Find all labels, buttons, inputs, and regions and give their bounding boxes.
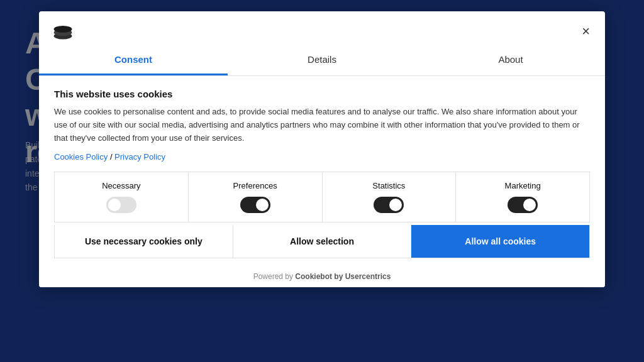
- statistics-label: Statistics: [372, 181, 405, 190]
- cookie-toggles-row: Necessary Preferences Statistics Marketi…: [54, 172, 590, 222]
- statistics-toggle-knob: [389, 199, 402, 211]
- close-button[interactable]: ×: [579, 22, 592, 41]
- preferences-toggle-knob: [256, 199, 269, 211]
- toggle-cell-necessary: Necessary: [55, 172, 189, 222]
- modal-tabs: Consent Details About: [39, 45, 605, 76]
- svg-point-2: [54, 26, 72, 33]
- cookie-title: This website uses cookies: [54, 89, 590, 99]
- policy-separator: /: [108, 152, 114, 162]
- toggle-cell-marketing: Marketing: [456, 172, 589, 222]
- marketing-toggle[interactable]: [508, 197, 538, 213]
- privacy-policy-link[interactable]: Privacy Policy: [114, 152, 165, 162]
- cookie-consent-modal: × Consent Details About This website use…: [39, 11, 605, 287]
- tab-about[interactable]: About: [416, 45, 605, 75]
- tab-consent[interactable]: Consent: [39, 45, 228, 75]
- tab-details[interactable]: Details: [228, 45, 416, 75]
- cookiebot-brand: Cookiebot by Usercentrics: [295, 272, 391, 281]
- policy-links: Cookies Policy / Privacy Policy: [54, 152, 590, 162]
- allow-all-button[interactable]: Allow all cookies: [411, 225, 589, 258]
- cookie-description: We use cookies to personalise content an…: [54, 106, 590, 145]
- toggle-cell-statistics: Statistics: [323, 172, 457, 222]
- preferences-label: Preferences: [233, 181, 277, 190]
- toggle-cell-preferences: Preferences: [189, 172, 323, 222]
- marketing-label: Marketing: [505, 181, 541, 190]
- consent-buttons: Use necessary cookies only Allow selecti…: [54, 225, 590, 258]
- necessary-toggle[interactable]: [106, 197, 136, 213]
- statistics-toggle[interactable]: [374, 197, 404, 213]
- cookiebot-logo: [52, 20, 74, 43]
- marketing-toggle-knob: [523, 199, 536, 211]
- powered-by-text: Powered by: [253, 272, 296, 281]
- cookies-policy-link[interactable]: Cookies Policy: [54, 152, 108, 162]
- modal-header: ×: [39, 11, 605, 43]
- allow-selection-button[interactable]: Allow selection: [233, 225, 412, 258]
- preferences-toggle[interactable]: [240, 197, 270, 213]
- modal-footer: Powered by Cookiebot by Usercentrics: [39, 266, 605, 287]
- necessary-label: Necessary: [102, 181, 140, 190]
- use-necessary-button[interactable]: Use necessary cookies only: [55, 225, 233, 258]
- modal-body: This website uses cookies We use cookies…: [39, 76, 605, 266]
- necessary-toggle-knob: [108, 199, 121, 211]
